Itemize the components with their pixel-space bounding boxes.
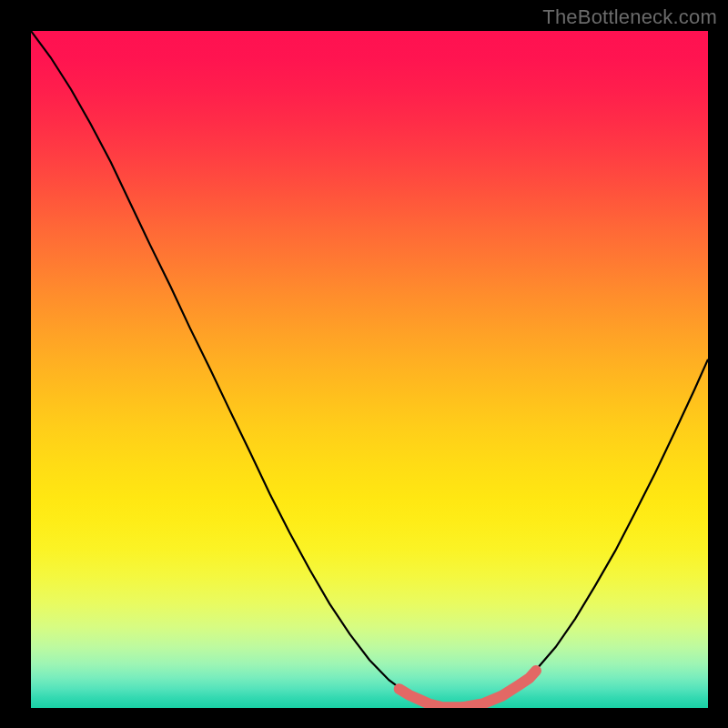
watermark-text: TheBottleneck.com bbox=[542, 5, 717, 29]
curve-layer bbox=[31, 31, 708, 708]
plot-area bbox=[31, 31, 708, 708]
bottleneck-curve bbox=[31, 31, 708, 707]
optimum-marker bbox=[399, 671, 536, 707]
chart-frame: TheBottleneck.com bbox=[0, 0, 728, 728]
